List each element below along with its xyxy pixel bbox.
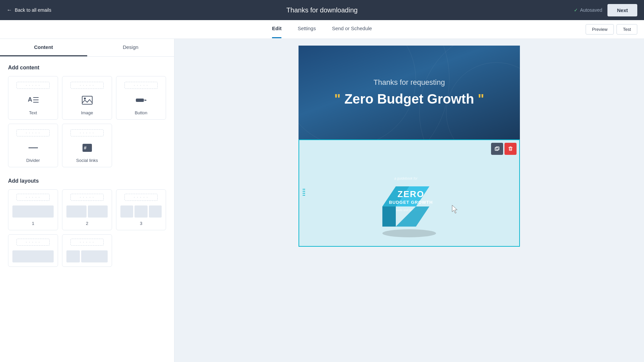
sidebar-content: Add content · · · · · A Text bbox=[0, 57, 174, 275]
svg-point-16 bbox=[304, 189, 305, 190]
svg-point-22 bbox=[304, 195, 305, 196]
preview-button[interactable]: Preview bbox=[586, 24, 614, 35]
header-subtitle: Thanks for requesting bbox=[334, 78, 484, 87]
text-block-label: Text bbox=[29, 110, 37, 115]
sidebar-tab-content[interactable]: Content bbox=[0, 39, 87, 56]
delete-block-button[interactable] bbox=[504, 143, 517, 155]
svg-point-15 bbox=[303, 189, 304, 190]
autosaved-status: ✓ Autosaved bbox=[574, 7, 602, 13]
quote-open: " bbox=[334, 92, 341, 106]
tab-send-schedule[interactable]: Send or Schedule bbox=[332, 21, 372, 38]
svg-point-17 bbox=[303, 191, 304, 192]
svg-point-18 bbox=[304, 191, 305, 192]
nav-right-actions: ✓ Autosaved Next bbox=[574, 4, 637, 16]
svg-text:#: # bbox=[84, 145, 87, 150]
sidebar-tabs: Content Design bbox=[0, 39, 174, 57]
email-header-block[interactable]: Thanks for requesting " Zero Budget Grow… bbox=[299, 46, 520, 139]
layout-2-label: 2 bbox=[86, 221, 88, 226]
checkmark-icon: ✓ bbox=[574, 7, 578, 13]
book-image-block[interactable]: a guidebook for ZERO BUDGET GROWTH tools… bbox=[299, 139, 520, 247]
add-content-title: Add content bbox=[8, 65, 166, 71]
book-image: a guidebook for ZERO BUDGET GROWTH tools… bbox=[362, 146, 456, 240]
sub-navigation: Edit Settings Send or Schedule Preview T… bbox=[0, 20, 644, 39]
block-toolbar bbox=[491, 143, 517, 155]
header-text-content: Thanks for requesting " Zero Budget Grow… bbox=[334, 78, 484, 107]
next-button[interactable]: Next bbox=[607, 4, 637, 16]
layout-1-label: 1 bbox=[32, 221, 34, 226]
divider-block-label: Divider bbox=[26, 158, 40, 163]
sidebar: Content Design Add content · · · · · A bbox=[0, 39, 174, 362]
svg-text:A: A bbox=[28, 96, 32, 103]
layout-1-preview bbox=[12, 205, 54, 218]
editor-tabs: Edit Settings Send or Schedule bbox=[272, 21, 372, 38]
divider-icon bbox=[27, 141, 39, 155]
layout-col bbox=[135, 205, 147, 218]
layout-2col[interactable]: · · · · · 2 bbox=[62, 189, 112, 230]
button-dots: · · · · · bbox=[124, 82, 157, 89]
svg-text:BUDGET GROWTH: BUDGET GROWTH bbox=[389, 200, 433, 205]
layout-5-preview bbox=[66, 250, 108, 262]
layout-4[interactable]: · · · · · bbox=[8, 234, 58, 267]
social-block-label: Social links bbox=[76, 158, 98, 163]
block-image[interactable]: · · · · · Image bbox=[62, 76, 112, 120]
social-dots: · · · · · bbox=[70, 129, 103, 136]
drag-handle[interactable] bbox=[302, 188, 306, 199]
image-block-label: Image bbox=[81, 110, 93, 115]
block-button[interactable]: · · · · · Button bbox=[116, 76, 166, 120]
layout-2-preview bbox=[66, 205, 108, 218]
layout-3col[interactable]: · · · · · 3 bbox=[116, 189, 166, 230]
svg-point-23 bbox=[382, 229, 436, 237]
header-title: " Zero Budget Growth " bbox=[334, 91, 484, 107]
layout-3-preview bbox=[120, 205, 162, 218]
autosaved-label: Autosaved bbox=[580, 7, 602, 13]
image-dots: · · · · · bbox=[70, 82, 103, 89]
layout-4-preview bbox=[12, 250, 54, 262]
svg-text:a guidebook for: a guidebook for bbox=[394, 177, 418, 180]
image-icon bbox=[81, 94, 93, 107]
svg-point-20 bbox=[304, 193, 305, 194]
button-block-label: Button bbox=[135, 110, 148, 115]
main-layout: Content Design Add content · · · · · A bbox=[0, 39, 644, 362]
text-dots: · · · · · bbox=[16, 82, 49, 89]
layout-5[interactable]: · · · · · bbox=[62, 234, 112, 267]
block-text[interactable]: · · · · · A Text bbox=[8, 76, 58, 120]
block-social[interactable]: · · · · · # Social links bbox=[62, 124, 112, 167]
header-title-text: Zero Budget Growth bbox=[344, 92, 478, 106]
back-to-emails-link[interactable]: ← Back to all emails bbox=[7, 7, 51, 13]
email-preview-area: Thanks for requesting " Zero Budget Grow… bbox=[174, 39, 644, 362]
back-link-label: Back to all emails bbox=[15, 7, 51, 13]
duplicate-block-button[interactable] bbox=[491, 143, 503, 155]
layout-col bbox=[66, 205, 87, 218]
layout-3-label: 3 bbox=[140, 221, 142, 226]
layout-col bbox=[12, 205, 54, 218]
svg-rect-4 bbox=[82, 96, 92, 104]
layouts-grid: · · · · · 1 · · · · · 2 bbox=[8, 189, 166, 267]
divider-dots: · · · · · bbox=[16, 129, 49, 136]
layout-col bbox=[120, 205, 133, 218]
svg-point-5 bbox=[84, 98, 86, 100]
email-title: Thanks for downloading bbox=[286, 6, 358, 14]
svg-rect-6 bbox=[136, 99, 144, 102]
tab-edit[interactable]: Edit bbox=[272, 21, 281, 38]
svg-rect-12 bbox=[509, 147, 512, 150]
layout-col bbox=[88, 205, 108, 218]
button-icon bbox=[135, 94, 147, 107]
layout-1col[interactable]: · · · · · 1 bbox=[8, 189, 58, 230]
content-blocks-grid: · · · · · A Text · · · · · bbox=[8, 76, 166, 167]
svg-point-21 bbox=[303, 195, 304, 196]
email-container: Thanks for requesting " Zero Budget Grow… bbox=[299, 46, 520, 247]
text-icon: A bbox=[27, 94, 39, 107]
add-layouts-title: Add layouts bbox=[8, 178, 166, 184]
quote-close: " bbox=[478, 92, 484, 106]
layout-col bbox=[149, 205, 162, 218]
svg-text:ZERO: ZERO bbox=[397, 189, 424, 199]
block-divider[interactable]: · · · · · Divider bbox=[8, 124, 58, 167]
back-arrow-icon: ← bbox=[7, 7, 12, 13]
social-icon: # bbox=[81, 141, 93, 155]
sidebar-tab-design[interactable]: Design bbox=[87, 39, 174, 56]
tab-settings[interactable]: Settings bbox=[298, 21, 316, 38]
test-button[interactable]: Test bbox=[616, 24, 637, 35]
sub-nav-actions: Preview Test bbox=[586, 24, 637, 35]
svg-point-19 bbox=[303, 193, 304, 194]
top-navigation: ← Back to all emails Thanks for download… bbox=[0, 0, 644, 20]
